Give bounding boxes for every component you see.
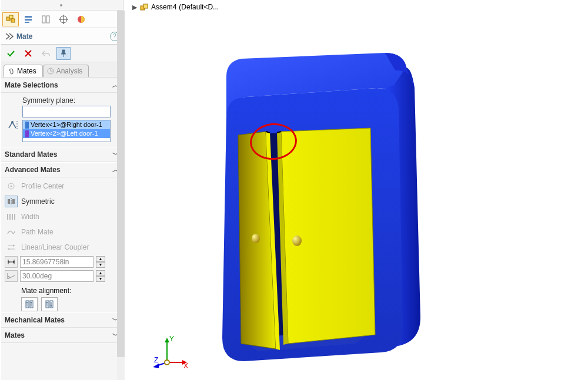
command-actions	[1, 45, 123, 62]
option-profile-center[interactable]: Profile Center	[4, 179, 121, 194]
dimxpert-manager-tab[interactable]	[55, 12, 72, 26]
section-mechanical-mates[interactable]: Mechanical Mates ﹀	[1, 312, 123, 328]
breadcrumb[interactable]: ▶ Assem4 (Default<D...	[132, 2, 219, 12]
tab-analysis-label: Analysis	[56, 67, 83, 75]
svg-marker-44	[13, 244, 15, 247]
path-mate-icon	[6, 228, 16, 236]
svg-rect-19	[25, 16, 32, 18]
svg-rect-21	[25, 22, 29, 23]
svg-marker-5	[165, 338, 169, 342]
section-advanced-mates[interactable]: Advanced Mates ︿	[1, 162, 123, 177]
svg-point-31	[11, 121, 14, 123]
mate-alignment-label: Mate alignment:	[21, 287, 121, 295]
angle-input[interactable]	[20, 270, 93, 282]
display-manager-tab[interactable]	[73, 12, 89, 26]
section-mates-label: Mates	[5, 331, 25, 339]
section-mechanical-mates-label: Mechanical Mates	[5, 316, 65, 324]
feature-manager-tab[interactable]	[2, 12, 19, 26]
svg-rect-20	[25, 19, 32, 21]
command-title: Mate	[16, 32, 110, 41]
distance-icon	[5, 256, 18, 268]
svg-rect-17	[9, 15, 13, 19]
model-render	[123, 0, 588, 380]
svg-marker-56	[31, 301, 32, 303]
graphics-viewport[interactable]: Y X Z	[123, 0, 588, 380]
option-profile-center-label: Profile Center	[21, 182, 64, 190]
svg-rect-23	[46, 16, 49, 23]
property-manager-panel: Mate ? Mates Analysis Mate Selections ︿ …	[1, 0, 123, 380]
distance-spinner[interactable]: ▲▼	[96, 256, 105, 268]
section-mate-selections[interactable]: Mate Selections ︿	[1, 78, 123, 93]
option-path-mate[interactable]: Path Mate	[4, 224, 121, 240]
undo-button[interactable]	[39, 47, 53, 60]
section-standard-mates[interactable]: Standard Mates ﹀	[1, 147, 123, 162]
option-linear-coupler[interactable]: Linear/Linear Coupler	[4, 240, 121, 255]
svg-marker-60	[46, 301, 48, 303]
command-header: Mate ?	[1, 28, 123, 45]
linear-coupler-icon	[6, 243, 16, 251]
section-standard-mates-label: Standard Mates	[5, 150, 57, 159]
view-triad[interactable]: Y X Z	[153, 334, 188, 369]
panel-grip-bar[interactable]	[1, 0, 123, 11]
svg-point-2	[252, 234, 260, 243]
section-mate-selections-label: Mate Selections	[5, 81, 58, 89]
option-symmetric[interactable]: Symmetric	[4, 194, 121, 209]
svg-marker-11	[153, 364, 159, 368]
panel-scrollbar[interactable]	[117, 11, 125, 380]
breadcrumb-config[interactable]: (Default<D...	[179, 3, 219, 11]
option-symmetric-label: Symmetric	[21, 197, 55, 206]
pin-button[interactable]	[56, 47, 71, 60]
symmetric-icon	[6, 197, 16, 206]
manager-tabs	[1, 11, 123, 28]
mate-tabs: Mates Analysis	[1, 62, 123, 78]
symmetry-plane-label: Symmetry plane:	[22, 96, 119, 105]
aligned-icon	[24, 300, 35, 309]
alignment-aligned-button[interactable]	[21, 297, 38, 311]
configuration-manager-tab[interactable]	[38, 12, 54, 26]
property-manager-tab[interactable]	[20, 12, 36, 26]
option-width[interactable]: Width	[4, 209, 121, 224]
anti-aligned-icon	[44, 300, 55, 309]
alignment-anti-aligned-button[interactable]	[41, 297, 58, 311]
svg-rect-18	[11, 19, 15, 22]
svg-point-34	[11, 186, 12, 187]
assembly-icon	[139, 2, 149, 12]
option-linear-coupler-label: Linear/Linear Coupler	[21, 243, 89, 251]
entities-listbox[interactable]: Vertex<1>@Right door-1 Vertex<2>@Left do…	[22, 120, 111, 142]
svg-marker-54	[26, 301, 28, 303]
distance-input[interactable]	[20, 256, 93, 268]
section-advanced-mates-label: Advanced Mates	[5, 166, 61, 174]
ok-button[interactable]	[4, 47, 18, 60]
svg-marker-45	[8, 248, 9, 250]
breadcrumb-assembly-name[interactable]: Assem4	[151, 3, 176, 11]
tab-mates-label: Mates	[17, 67, 36, 75]
angle-spinner[interactable]: ▲▼	[96, 270, 105, 282]
graph-icon	[47, 68, 54, 75]
svg-text:Y: Y	[169, 335, 174, 343]
svg-text:X: X	[183, 362, 188, 369]
angle-row: ▲▼	[4, 269, 121, 283]
width-icon	[6, 213, 16, 221]
breadcrumb-arrow-icon: ▶	[132, 4, 137, 11]
svg-point-3	[292, 236, 302, 246]
mate-icon	[5, 32, 14, 41]
svg-rect-22	[42, 16, 45, 23]
svg-marker-62	[51, 305, 52, 307]
symmetry-plane-input[interactable]	[22, 106, 111, 117]
svg-rect-35	[8, 199, 10, 204]
svg-rect-15	[143, 4, 148, 8]
svg-text:Z: Z	[154, 356, 158, 364]
svg-rect-36	[12, 199, 15, 204]
svg-point-13	[165, 360, 169, 365]
cancel-button[interactable]	[21, 47, 35, 60]
entity-item-1[interactable]: Vertex<1>@Right door-1	[23, 120, 110, 129]
entity-item-2[interactable]: Vertex<2>@Left door-1	[23, 129, 110, 138]
option-path-mate-label: Path Mate	[21, 228, 54, 236]
entities-icon	[8, 120, 19, 130]
tab-analysis[interactable]: Analysis	[43, 65, 89, 77]
section-mates[interactable]: Mates ﹀	[1, 328, 123, 343]
tab-mates[interactable]: Mates	[4, 65, 43, 77]
option-width-label: Width	[21, 213, 39, 221]
profile-center-icon	[6, 182, 16, 190]
distance-row: ▲▼	[4, 255, 121, 269]
